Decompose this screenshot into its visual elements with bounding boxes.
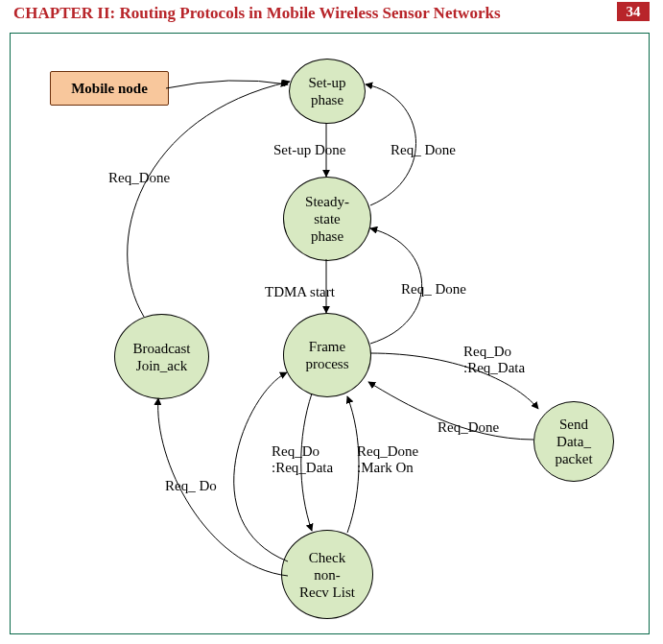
state-label: Send Data_ packet bbox=[555, 416, 592, 467]
legend-mobile-node: Mobile node bbox=[50, 71, 169, 106]
state-steady-phase: Steady- state phase bbox=[283, 177, 371, 261]
edge-setup-done: Set-up Done bbox=[273, 142, 345, 158]
edge-req-done-broadcast-to-setup: Req_Done bbox=[108, 170, 170, 186]
edge-req-done-to-setup: Req_ Done bbox=[391, 142, 456, 158]
state-label: Set-up phase bbox=[308, 74, 345, 108]
state-label: Check non- Recv List bbox=[299, 549, 355, 601]
edge-req-do-req-data-to-send: Req_Do :Req_Data bbox=[463, 344, 525, 376]
edge-req-do: Req_ Do bbox=[165, 478, 217, 494]
edge-req-done-send-to-frame: Req_Done bbox=[438, 419, 499, 436]
state-label: Broadcast Join_ack bbox=[133, 340, 191, 374]
page-number: 34 bbox=[617, 2, 650, 21]
chapter-title: CHAPTER II: Routing Protocols in Mobile … bbox=[13, 4, 501, 23]
edge-tdma-start: TDMA start bbox=[265, 284, 335, 300]
state-frame-process: Frame process bbox=[283, 313, 371, 397]
state-label: Steady- state phase bbox=[305, 193, 349, 245]
state-label: Frame process bbox=[306, 338, 349, 372]
edge-req-done-frame-to-steady: Req_ Done bbox=[401, 281, 466, 298]
state-setup-phase: Set-up phase bbox=[289, 59, 366, 124]
state-check-non-recv: Check non- Recv List bbox=[281, 530, 373, 619]
state-broadcast-join-ack: Broadcast Join_ack bbox=[114, 314, 209, 399]
edge-req-do-req-data-frame-to-check: Req_Do :Req_Data bbox=[272, 443, 333, 476]
state-send-data-packet: Send Data_ packet bbox=[533, 401, 614, 482]
edge-req-done-mark-on: Req_Done :Mark On bbox=[357, 443, 418, 476]
